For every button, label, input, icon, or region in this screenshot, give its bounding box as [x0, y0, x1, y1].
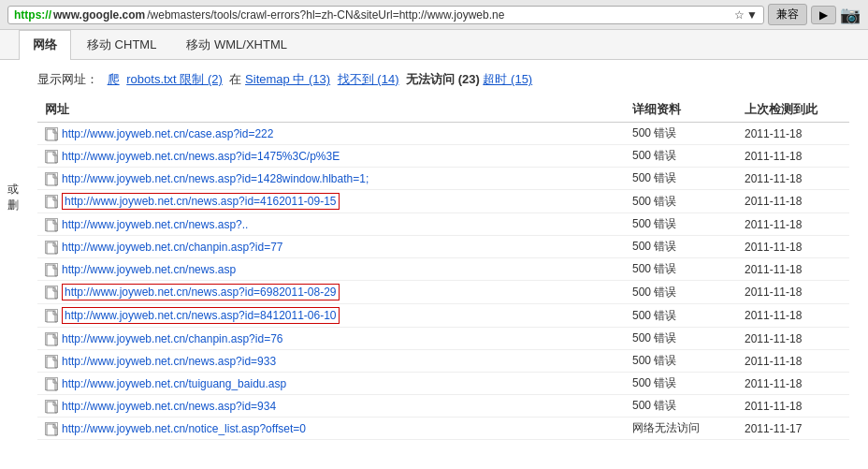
col-header-detail: 详细资料	[625, 97, 737, 123]
url-cell: http://www.joyweb.net.cn/news.asp?id=841…	[37, 304, 625, 328]
url-link[interactable]: http://www.joyweb.net.cn/news.asp?id=698…	[62, 284, 340, 300]
sidebar-label-delete[interactable]: 或删	[7, 182, 19, 451]
url-link[interactable]: http://www.joyweb.net.cn/news.asp?id=933	[62, 355, 276, 368]
url-cell: http://www.joyweb.net.cn/notice_list.asp…	[37, 418, 625, 440]
filter-notfound[interactable]: 找不到 (14)	[338, 72, 399, 86]
left-sidebar: 或删 排名	[0, 60, 19, 451]
col-header-url: 网址	[37, 97, 625, 123]
filter-timeout[interactable]: 超时 (15)	[483, 72, 532, 86]
url-cell: http://www.joyweb.net.cn/case.asp?id=222	[37, 123, 625, 145]
url-cell: http://www.joyweb.net.cn/news.asp	[37, 258, 625, 281]
url-link[interactable]: http://www.joyweb.net.cn/news.asp	[62, 263, 236, 276]
tab-mobile-chtml[interactable]: 移动 CHTML	[73, 30, 170, 59]
detail-cell: 500 错误	[625, 123, 737, 145]
url-link[interactable]: http://www.joyweb.net.cn/case.asp?id=222	[62, 127, 273, 140]
detail-cell: 500 错误	[625, 328, 737, 350]
url-cell: http://www.joyweb.net.cn/news.asp?id=698…	[37, 281, 625, 304]
filter-inaccessible[interactable]: 无法访问 (23)	[406, 72, 480, 86]
url-cell: http://www.joyweb.net.cn/chanpin.asp?id=…	[37, 328, 625, 350]
page-icon	[45, 263, 58, 276]
url-cell: http://www.joyweb.net.cn/news.asp?id=416…	[37, 190, 625, 213]
data-table: 网址 详细资料 上次检测到此 http://www.joyweb.net.cn/…	[37, 97, 849, 440]
url-link[interactable]: http://www.joyweb.net.cn/news.asp?id=147…	[62, 150, 340, 163]
date-cell: 2011-11-18	[737, 236, 849, 258]
svg-rect-36	[47, 402, 55, 413]
detail-cell: 500 错误	[625, 236, 737, 258]
filter-sitemap[interactable]: Sitemap 中 (13)	[245, 72, 330, 86]
url-link[interactable]: http://www.joyweb.net.cn/news.asp?id=841…	[62, 307, 340, 324]
detail-cell: 500 错误	[625, 213, 737, 236]
browser-chrome: https://www.google.com/webmasters/tools/…	[0, 0, 868, 30]
path: /webmasters/tools/crawl-errors?hl=zh-CN&…	[147, 8, 504, 22]
date-cell: 2011-11-18	[737, 123, 849, 145]
detail-cell: 500 错误	[625, 373, 737, 395]
svg-rect-6	[47, 174, 55, 185]
table-row: http://www.joyweb.net.cn/news.asp?id=142…	[37, 168, 849, 190]
nav-button[interactable]: ▶	[811, 6, 836, 24]
date-cell: 2011-11-18	[737, 281, 849, 304]
url-cell: http://www.joyweb.net.cn/news.asp?id=147…	[37, 145, 625, 168]
url-link[interactable]: http://www.joyweb.net.cn/notice_list.asp…	[62, 422, 306, 435]
nav-icon: ▼	[746, 8, 758, 22]
url-link[interactable]: http://www.joyweb.net.cn/news.asp?id=416…	[62, 193, 340, 210]
filter-bar: 显示网址： 爬 robots.txt 限制 (2) 在 Sitemap 中 (1…	[37, 71, 849, 88]
url-link[interactable]: http://www.joyweb.net.cn/tuiguang_baidu.…	[62, 377, 286, 390]
compat-button[interactable]: 兼容	[768, 4, 807, 25]
page-icon	[45, 400, 58, 413]
table-row: http://www.joyweb.net.cn/news.asp?id=841…	[37, 304, 849, 328]
svg-rect-27	[47, 334, 55, 345]
date-cell: 2011-11-18	[737, 213, 849, 236]
table-row: http://www.joyweb.net.cn/news.asp?id=416…	[37, 190, 849, 213]
svg-rect-24	[47, 311, 55, 322]
detail-cell: 500 错误	[625, 281, 737, 304]
url-cell: http://www.joyweb.net.cn/news.asp?..	[37, 213, 625, 236]
table-row: http://www.joyweb.net.cn/news.asp?id=147…	[37, 145, 849, 168]
date-cell: 2011-11-18	[737, 395, 849, 418]
page-icon	[45, 195, 58, 208]
table-row: http://www.joyweb.net.cn/notice_list.asp…	[37, 418, 849, 440]
table-row: http://www.joyweb.net.cn/news.asp?..500 …	[37, 213, 849, 236]
page-icon	[45, 150, 58, 163]
page-icon	[45, 127, 58, 140]
url-link[interactable]: http://www.joyweb.net.cn/news.asp?id=934	[62, 400, 276, 413]
date-cell: 2011-11-18	[737, 373, 849, 395]
date-cell: 2011-11-18	[737, 350, 849, 373]
svg-rect-39	[47, 424, 55, 435]
url-cell: http://www.joyweb.net.cn/tuiguang_baidu.…	[37, 373, 625, 395]
date-cell: 2011-11-18	[737, 328, 849, 350]
page-icon	[45, 309, 58, 322]
page-icon	[45, 355, 58, 368]
svg-rect-15	[47, 242, 55, 254]
url-link[interactable]: http://www.joyweb.net.cn/chanpin.asp?id=…	[62, 332, 282, 345]
tab-network[interactable]: 网络	[19, 30, 71, 60]
date-cell: 2011-11-18	[737, 168, 849, 190]
svg-rect-30	[47, 357, 55, 368]
address-bar[interactable]: https://www.google.com/webmasters/tools/…	[7, 6, 764, 24]
table-row: http://www.joyweb.net.cn/tuiguang_baidu.…	[37, 373, 849, 395]
svg-rect-21	[47, 287, 55, 299]
url-link[interactable]: http://www.joyweb.net.cn/news.asp?id=142…	[62, 172, 369, 185]
table-row: http://www.joyweb.net.cn/case.asp?id=222…	[37, 123, 849, 145]
filter-crawl[interactable]: 爬	[108, 72, 120, 86]
svg-rect-33	[47, 379, 55, 390]
url-link[interactable]: http://www.joyweb.net.cn/news.asp?..	[62, 218, 248, 231]
detail-cell: 500 错误	[625, 304, 737, 328]
svg-rect-18	[47, 265, 55, 276]
page-icon	[45, 422, 58, 435]
date-cell: 2011-11-18	[737, 190, 849, 213]
url-cell: http://www.joyweb.net.cn/news.asp?id=934	[37, 395, 625, 418]
page-icon	[45, 332, 58, 345]
svg-rect-9	[47, 197, 55, 208]
filter-robots[interactable]: robots.txt 限制 (2)	[126, 72, 223, 86]
url-link[interactable]: http://www.joyweb.net.cn/chanpin.asp?id=…	[62, 241, 282, 254]
main-content: 显示网址： 爬 robots.txt 限制 (2) 在 Sitemap 中 (1…	[19, 60, 868, 451]
page-icon	[45, 377, 58, 390]
svg-rect-12	[47, 220, 55, 231]
tab-mobile-wml[interactable]: 移动 WML/XHTML	[172, 30, 301, 59]
page-icon	[45, 218, 58, 231]
detail-cell: 500 错误	[625, 145, 737, 168]
detail-cell: 网络无法访问	[625, 418, 737, 440]
date-cell: 2011-11-18	[737, 145, 849, 168]
table-row: http://www.joyweb.net.cn/news.asp?id=698…	[37, 281, 849, 304]
date-cell: 2011-11-17	[737, 418, 849, 440]
